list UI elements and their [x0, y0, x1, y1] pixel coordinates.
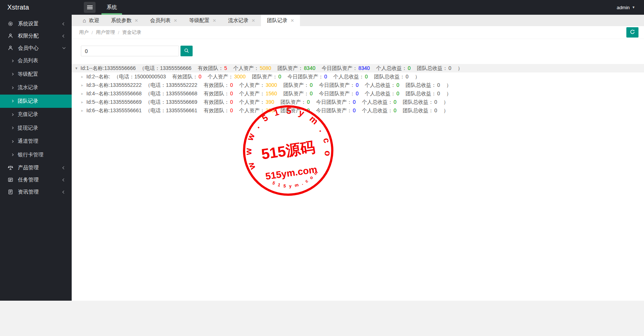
- record-personal-income: 个人总收益：0: [333, 74, 368, 80]
- chevron-left-icon: [62, 166, 65, 169]
- tab-label: 团队记录: [267, 17, 287, 24]
- tree-row[interactable]: ▸Id:2--名称:（电话：15000000503有效团队：0个人资产：3000…: [72, 72, 644, 81]
- record-id-name: Id:4--名称:13355556668: [86, 91, 142, 97]
- content-area: ▾Id:1--名称:13355556666（电话：13355556666有效团队…: [72, 39, 644, 301]
- record-team-income: 团队总收益：0: [405, 91, 440, 97]
- search-input[interactable]: [81, 46, 179, 56]
- tab-label: 会员列表: [150, 17, 171, 24]
- close-icon[interactable]: ✕: [290, 18, 294, 23]
- tab-team-records[interactable]: 团队记录✕: [261, 15, 300, 26]
- expand-caret-icon[interactable]: ▸: [81, 83, 86, 88]
- tree-row[interactable]: ▸Id:5--名称:13355556669（电话：13355556669有效团队…: [72, 98, 644, 106]
- record-valid-team: 有效团队：0: [204, 107, 233, 114]
- sidebar-item-label: 任务管理: [18, 177, 63, 183]
- admin-user-dropdown[interactable]: admin ▼: [617, 5, 644, 10]
- close-icon[interactable]: ✕: [173, 18, 177, 23]
- record-id-name: Id:3--名称:13355552222: [86, 82, 142, 89]
- chevron-right-icon: [11, 141, 13, 142]
- breadcrumb-item[interactable]: 用户管理: [96, 29, 115, 36]
- sidebar-item-bank-card-mgmt[interactable]: 银行卡管理: [0, 148, 72, 162]
- breadcrumb-separator: /: [118, 30, 119, 35]
- top-bar: Xstrata 系统 admin ▼: [0, 0, 644, 15]
- team-records-tree: ▾Id:1--名称:13355556666（电话：13355556666有效团队…: [72, 64, 644, 115]
- record-phone: （电话：13355556668: [145, 91, 197, 97]
- tree-row[interactable]: ▸Id:4--名称:13355556668（电话：13355556668有效团队…: [72, 89, 644, 98]
- tab-member-list[interactable]: 会员列表✕: [144, 15, 183, 26]
- record-today-team-assets: 今日团队资产：0: [287, 74, 327, 80]
- chevron-right-icon: [11, 60, 13, 62]
- record-personal-income: 个人总收益：0: [365, 82, 399, 89]
- sidebar-item-recharge-records[interactable]: 充值记录: [0, 108, 72, 121]
- tab-level-config[interactable]: 等级配置✕: [183, 15, 222, 26]
- tab-label: 等级配置: [189, 17, 210, 24]
- tree-row[interactable]: ▾Id:1--名称:13355556666（电话：13355556666有效团队…: [72, 64, 644, 72]
- sidebar-item-channel-mgmt[interactable]: 通道管理: [0, 135, 72, 148]
- record-valid-team: 有效团队：5: [198, 65, 227, 72]
- sidebar-item-permission-assign[interactable]: 权限分配: [0, 30, 72, 42]
- sidebar-item-label: 产品管理: [18, 165, 63, 171]
- search-button[interactable]: [180, 46, 193, 56]
- hamburger-menu-icon[interactable]: [84, 2, 96, 13]
- record-personal-assets: 个人资产：3000: [208, 74, 246, 80]
- record-team-income: 团队总收益：0: [402, 107, 437, 114]
- refresh-icon: [630, 29, 635, 36]
- sidebar-item-task-mgmt[interactable]: 任务管理: [0, 174, 72, 186]
- collapse-caret-icon[interactable]: ▾: [75, 66, 80, 71]
- record-team-assets: 团队资产：0: [280, 99, 310, 106]
- sidebar-item-product-mgmt[interactable]: 产品管理: [0, 162, 72, 174]
- sidebar-submenu: 会员列表等级配置流水记录团队记录充值记录提现记录通道管理银行卡管理: [0, 54, 72, 162]
- record-phone: （电话：13355552222: [145, 82, 197, 89]
- sidebar-item-system-settings[interactable]: 系统设置: [0, 18, 72, 30]
- chevron-down-icon: ▼: [632, 6, 635, 9]
- record-personal-assets: 个人资产：1560: [239, 91, 277, 97]
- active-menu-underline: [101, 13, 122, 15]
- expand-caret-icon[interactable]: ▸: [81, 74, 86, 79]
- record-today-team-assets: 今日团队资产：0: [319, 82, 359, 89]
- sidebar-item-team-records[interactable]: 团队记录: [0, 95, 72, 108]
- record-team-income: 团队总收益：0: [405, 82, 440, 89]
- sidebar-item-member-center[interactable]: 会员中心: [0, 42, 72, 54]
- sidebar: 系统设置权限分配会员中心会员列表等级配置流水记录团队记录充值记录提现记录通道管理…: [0, 15, 72, 301]
- tab-label: 流水记录: [228, 17, 248, 24]
- tab-strip: ⌂欢迎系统参数✕会员列表✕等级配置✕流水记录✕团队记录✕: [72, 15, 644, 26]
- record-id-name: Id:6--名称:13355556661: [86, 107, 142, 114]
- record-personal-income: 个人总收益：0: [365, 91, 399, 97]
- sidebar-item-member-list[interactable]: 会员列表: [0, 54, 72, 68]
- expand-caret-icon[interactable]: ▸: [81, 100, 86, 105]
- chevron-left-icon: [62, 34, 65, 37]
- tree-row[interactable]: ▸Id:3--名称:13355552222（电话：13355552222有效团队…: [72, 81, 644, 89]
- close-icon[interactable]: ✕: [135, 18, 138, 23]
- tab-welcome[interactable]: ⌂欢迎: [77, 15, 105, 26]
- sidebar-item-label: 权限分配: [18, 33, 63, 39]
- tasks-icon: [7, 177, 13, 183]
- expand-caret-icon[interactable]: ▸: [81, 91, 86, 96]
- tab-system-params[interactable]: 系统参数✕: [105, 15, 144, 26]
- record-personal-assets: 个人资产：5080: [233, 65, 271, 72]
- record-personal-assets: 个人资产：390: [239, 99, 274, 106]
- sidebar-item-label: 团队记录: [18, 98, 38, 105]
- top-menu-system[interactable]: 系统: [99, 0, 125, 15]
- close-icon[interactable]: ✕: [212, 18, 216, 23]
- close-icon[interactable]: ✕: [251, 18, 255, 23]
- tree-row[interactable]: ▸Id:6--名称:13355556661（电话：13355556661有效团队…: [72, 106, 644, 115]
- sidebar-item-label: 银行卡管理: [18, 152, 43, 158]
- refresh-button[interactable]: [626, 27, 638, 38]
- sidebar-item-withdraw-records[interactable]: 提现记录: [0, 121, 72, 135]
- sidebar-item-level-config[interactable]: 等级配置: [0, 68, 72, 81]
- expand-caret-icon[interactable]: ▸: [81, 108, 86, 113]
- breadcrumb-item[interactable]: 用户: [79, 29, 89, 36]
- tab-flow-records[interactable]: 流水记录✕: [222, 15, 261, 26]
- sidebar-item-news-mgmt[interactable]: 资讯管理: [0, 186, 72, 198]
- record-team-assets: 团队资产：0: [283, 82, 313, 89]
- breadcrumb: 用户/用户管理/资金记录: [79, 29, 141, 36]
- scale-icon: [7, 165, 13, 171]
- sidebar-item-flow-records[interactable]: 流水记录: [0, 81, 72, 95]
- record-team-assets: 团队资产：0: [252, 74, 281, 80]
- record-phone: （电话：13355556669: [145, 99, 197, 106]
- record-personal-income: 个人总收益：0: [362, 107, 397, 114]
- record-close-paren: ）: [443, 99, 448, 106]
- record-phone: （电话：13355556661: [145, 107, 197, 114]
- record-id-name: Id:1--名称:13355556666: [80, 65, 136, 72]
- record-today-team-assets: 今日团队资产：8340: [322, 65, 370, 72]
- record-close-paren: ）: [415, 74, 420, 80]
